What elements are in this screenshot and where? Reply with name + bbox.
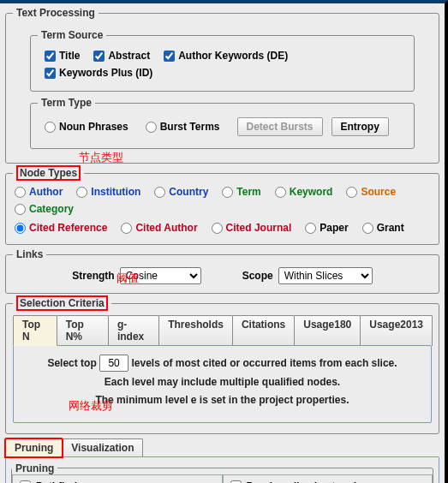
cited-author-label: Cited Author: [135, 222, 197, 234]
strength-label: Strength: [72, 270, 114, 282]
select-top-pre: Select top: [47, 357, 96, 369]
author-keywords-checkbox[interactable]: Author Keywords (DE): [164, 50, 288, 62]
burst-terms-label: Burst Terms: [160, 121, 220, 133]
grant-label: Grant: [377, 222, 404, 234]
category-radio[interactable]: Category: [15, 203, 74, 215]
links-fieldset: Links Strength Cosine Scope Within Slice…: [5, 248, 439, 294]
cited-journal-label: Cited Journal: [226, 222, 292, 234]
keyword-label: Keyword: [290, 186, 333, 198]
keywords-plus-checkbox[interactable]: Keywords Plus (ID): [45, 67, 152, 79]
scope-select[interactable]: Within Slices: [278, 267, 373, 284]
selection-tab-body: Select top levels of most cited or occur…: [13, 345, 432, 423]
keywords-plus-label: Keywords Plus (ID): [59, 67, 152, 79]
node-types-fieldset: Node Types Author Institution Country Te…: [5, 167, 439, 245]
abstract-label: Abstract: [108, 50, 150, 62]
text-processing-fieldset: Text Processing Term Source Title Abstra…: [5, 7, 439, 164]
cited-reference-label: Cited Reference: [29, 222, 107, 234]
institution-radio[interactable]: Institution: [76, 186, 140, 198]
cited-reference-radio[interactable]: Cited Reference: [15, 222, 107, 234]
links-legend: Links: [13, 248, 46, 260]
term-type-fieldset: Term Type Noun Phrases Burst Terms Detec…: [30, 97, 415, 149]
burst-terms-radio[interactable]: Burst Terms: [146, 121, 220, 133]
tab-usage2013[interactable]: Usage2013: [360, 315, 433, 346]
tab-g-index[interactable]: g-index: [108, 315, 159, 346]
selection-criteria-legend: Selection Criteria: [16, 295, 108, 311]
institution-label: Institution: [91, 186, 140, 198]
select-line3: The minimum level e is set in the projec…: [22, 391, 422, 410]
node-types-legend: Node Types: [16, 165, 81, 181]
paper-label: Paper: [320, 222, 348, 234]
tab-citations[interactable]: Citations: [232, 315, 295, 346]
select-line2: Each level may include multiple qualifie…: [22, 373, 422, 392]
source-label: Source: [361, 186, 396, 198]
author-label: Author: [29, 186, 63, 198]
country-label: Country: [169, 186, 208, 198]
term-source-legend: Term Source: [38, 29, 106, 41]
term-type-legend: Term Type: [38, 97, 95, 109]
title-checkbox[interactable]: Title: [45, 50, 80, 62]
strength-select[interactable]: Cosine: [120, 267, 201, 284]
paper-radio[interactable]: Paper: [305, 222, 348, 234]
pruning-legend: Pruning: [12, 462, 57, 474]
noun-phrases-radio[interactable]: Noun Phrases: [45, 121, 128, 133]
tab-top-n[interactable]: Top N: [13, 315, 57, 346]
pathfinder-checkbox[interactable]: Pathfinder: [12, 474, 223, 483]
term-radio[interactable]: Term: [222, 186, 260, 198]
select-top-input[interactable]: [99, 355, 128, 372]
country-radio[interactable]: Country: [154, 186, 208, 198]
tab-thresholds[interactable]: Thresholds: [158, 315, 233, 346]
abstract-checkbox[interactable]: Abstract: [93, 50, 150, 62]
selection-criteria-fieldset: Selection Criteria Top N Top N% g-index …: [5, 297, 439, 434]
noun-phrases-label: Noun Phrases: [59, 121, 128, 133]
grant-radio[interactable]: Grant: [362, 222, 404, 234]
entropy-button[interactable]: Entropy: [332, 117, 389, 136]
scope-label: Scope: [242, 270, 273, 282]
select-top-post: levels of most cited or occurred items f…: [131, 357, 397, 369]
tab-top-n-pct[interactable]: Top N%: [57, 315, 109, 346]
author-keywords-label: Author Keywords (DE): [178, 50, 288, 62]
keyword-radio[interactable]: Keyword: [275, 186, 333, 198]
prune-sliced-checkbox[interactable]: Pruning sliced networks: [223, 474, 433, 483]
detect-bursts-button[interactable]: Detect Bursts: [237, 117, 323, 136]
text-processing-legend: Text Processing: [13, 7, 99, 19]
tab-visualization[interactable]: Visualization: [62, 438, 143, 457]
term-source-fieldset: Term Source Title Abstract Author Keywor…: [30, 29, 415, 92]
category-label: Category: [29, 203, 74, 215]
cited-author-radio[interactable]: Cited Author: [121, 222, 197, 234]
author-radio[interactable]: Author: [15, 186, 63, 198]
term-label: Term: [236, 186, 260, 198]
tab-pruning[interactable]: Pruning: [5, 438, 63, 457]
title-label: Title: [59, 50, 80, 62]
source-radio[interactable]: Source: [346, 186, 396, 198]
tab-usage180[interactable]: Usage180: [294, 315, 361, 346]
cited-journal-radio[interactable]: Cited Journal: [212, 222, 292, 234]
pruning-tab-body: Pruning Pathfinder Pruning sliced networ…: [5, 456, 439, 483]
pruning-inner-fieldset: Pruning Pathfinder Pruning sliced networ…: [11, 462, 433, 483]
